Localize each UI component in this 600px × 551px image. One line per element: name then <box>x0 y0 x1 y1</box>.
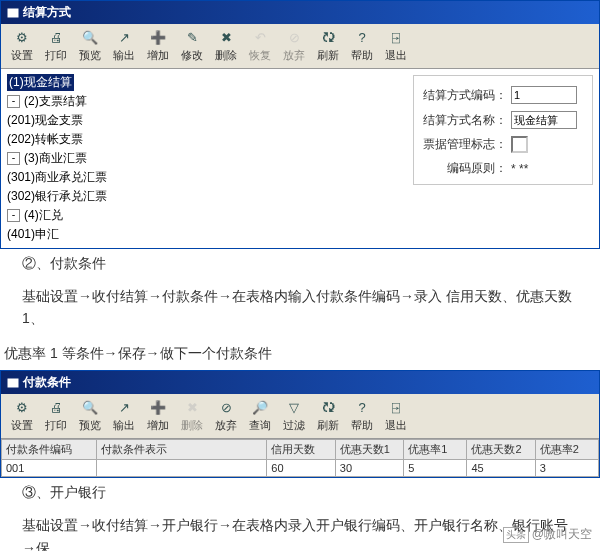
watermark: 头条 @嗷叫天空 <box>503 526 592 543</box>
print-button[interactable]: 🖨打印 <box>39 396 73 436</box>
tree-item[interactable]: -(4)汇兑 <box>7 207 227 224</box>
export-icon: ↗ <box>115 399 133 418</box>
code-input[interactable] <box>511 86 577 104</box>
tree-pane: (1)现金结算 -(2)支票结算 (201)现金支票 (202)转帐支票 -(3… <box>1 69 233 248</box>
toolbar: ⚙设置🖨打印🔍预览↗输出➕增加✖删除⊘放弃🔎查询▽过滤🗘刷新?帮助⍈退出 <box>1 394 599 439</box>
tree-item[interactable]: (301)商业承兑汇票 <box>7 169 227 186</box>
refresh-button[interactable]: 🗘刷新 <box>311 396 345 436</box>
section-heading: ②、付款条件 <box>0 249 600 279</box>
cancel-button[interactable]: ⊘放弃 <box>209 396 243 436</box>
preview-button[interactable]: 🔍预览 <box>73 396 107 436</box>
flag-label: 票据管理标志： <box>422 136 507 153</box>
column-header: 优惠率1 <box>404 440 467 460</box>
svg-text:↗: ↗ <box>119 30 130 45</box>
cell[interactable]: 30 <box>335 460 403 477</box>
window-icon <box>7 7 19 19</box>
window-icon <box>7 377 19 389</box>
toolbar-label: 退出 <box>385 418 407 433</box>
help-icon: ? <box>353 399 371 418</box>
add-button[interactable]: ➕增加 <box>141 26 175 66</box>
exit-button[interactable]: ⍈退出 <box>379 396 413 436</box>
svg-text:🖨: 🖨 <box>50 30 63 45</box>
doc-paragraph: 基础设置→收付结算→付款条件→在表格内输入付款条件编码→录入 信用天数、优惠天数… <box>0 279 600 336</box>
gear-icon: ⚙ <box>13 399 31 418</box>
edit-button[interactable]: ✎修改 <box>175 26 209 66</box>
collapse-icon[interactable]: - <box>7 95 20 108</box>
delete-icon: ✖ <box>183 399 201 418</box>
collapse-icon[interactable]: - <box>7 152 20 165</box>
cell[interactable]: 60 <box>267 460 335 477</box>
toolbar-label: 修改 <box>181 48 203 63</box>
tree-item[interactable]: (302)银行承兑汇票 <box>7 188 227 205</box>
delete-button[interactable]: ✖删除 <box>209 26 243 66</box>
svg-text:➕: ➕ <box>150 29 167 45</box>
add-icon: ➕ <box>149 29 167 48</box>
flag-checkbox[interactable] <box>511 136 528 153</box>
filter-button[interactable]: ▽过滤 <box>277 396 311 436</box>
rule-label: 编码原则： <box>422 160 507 177</box>
cancel-button[interactable]: ⊘放弃 <box>277 26 311 66</box>
preview-icon: 🔍 <box>81 399 99 418</box>
tree-item[interactable]: (201)现金支票 <box>7 112 227 129</box>
help-button[interactable]: ?帮助 <box>345 26 379 66</box>
svg-text:⊘: ⊘ <box>221 400 232 415</box>
svg-text:⊘: ⊘ <box>289 30 300 45</box>
svg-text:↗: ↗ <box>119 400 130 415</box>
gear-icon: ⚙ <box>13 29 31 48</box>
toolbar-label: 增加 <box>147 418 169 433</box>
toolbar-label: 刷新 <box>317 418 339 433</box>
svg-text:?: ? <box>358 400 365 415</box>
cell[interactable] <box>97 460 267 477</box>
search-icon: 🔎 <box>251 399 269 418</box>
print-button[interactable]: 🖨打印 <box>39 26 73 66</box>
tree-item[interactable]: (1)现金结算 <box>7 74 227 91</box>
toolbar-label: 帮助 <box>351 418 373 433</box>
cell[interactable]: 3 <box>535 460 598 477</box>
window-settlement-method: 结算方式 ⚙设置🖨打印🔍预览↗输出➕增加✎修改✖删除↶恢复⊘放弃🗘刷新?帮助⍈退… <box>0 0 600 249</box>
svg-text:➕: ➕ <box>150 399 167 415</box>
cell[interactable]: 45 <box>467 460 535 477</box>
refresh-button[interactable]: 🗘刷新 <box>311 26 345 66</box>
gear-button[interactable]: ⚙设置 <box>5 26 39 66</box>
search-button[interactable]: 🔎查询 <box>243 396 277 436</box>
toolbar-label: 退出 <box>385 48 407 63</box>
export-button[interactable]: ↗输出 <box>107 26 141 66</box>
tree-item[interactable]: -(2)支票结算 <box>7 93 227 110</box>
toolbar-label: 查询 <box>249 418 271 433</box>
tree-item[interactable]: (202)转帐支票 <box>7 131 227 148</box>
tree-item[interactable]: (401)申汇 <box>7 226 227 243</box>
edit-icon: ✎ <box>183 29 201 48</box>
svg-text:✖: ✖ <box>187 400 198 415</box>
svg-text:⚙: ⚙ <box>16 30 28 45</box>
svg-text:🖨: 🖨 <box>50 400 63 415</box>
code-label: 结算方式编码： <box>422 87 507 104</box>
gear-button[interactable]: ⚙设置 <box>5 396 39 436</box>
exit-button[interactable]: ⍈退出 <box>379 26 413 66</box>
undo-button[interactable]: ↶恢复 <box>243 26 277 66</box>
title-bar: 结算方式 <box>1 1 599 24</box>
svg-text:⍈: ⍈ <box>392 30 400 45</box>
tree-item[interactable]: -(3)商业汇票 <box>7 150 227 167</box>
column-header: 信用天数 <box>267 440 335 460</box>
svg-text:⍈: ⍈ <box>392 400 400 415</box>
cell[interactable]: 5 <box>404 460 467 477</box>
name-input[interactable] <box>511 111 577 129</box>
add-icon: ➕ <box>149 399 167 418</box>
preview-button[interactable]: 🔍预览 <box>73 26 107 66</box>
svg-text:▽: ▽ <box>289 400 299 415</box>
delete-button[interactable]: ✖删除 <box>175 396 209 436</box>
toolbar-label: 放弃 <box>215 418 237 433</box>
export-button[interactable]: ↗输出 <box>107 396 141 436</box>
svg-rect-0 <box>8 9 18 17</box>
toolbar-label: 删除 <box>215 48 237 63</box>
toolbar: ⚙设置🖨打印🔍预览↗输出➕增加✎修改✖删除↶恢复⊘放弃🗘刷新?帮助⍈退出 <box>1 24 599 69</box>
cell[interactable]: 001 <box>2 460 97 477</box>
collapse-icon[interactable]: - <box>7 209 20 222</box>
toolbar-label: 过滤 <box>283 418 305 433</box>
exit-icon: ⍈ <box>387 29 405 48</box>
table-row[interactable]: 00160305453 <box>2 460 599 477</box>
svg-text:⚙: ⚙ <box>16 400 28 415</box>
svg-text:?: ? <box>358 30 365 45</box>
help-button[interactable]: ?帮助 <box>345 396 379 436</box>
add-button[interactable]: ➕增加 <box>141 396 175 436</box>
